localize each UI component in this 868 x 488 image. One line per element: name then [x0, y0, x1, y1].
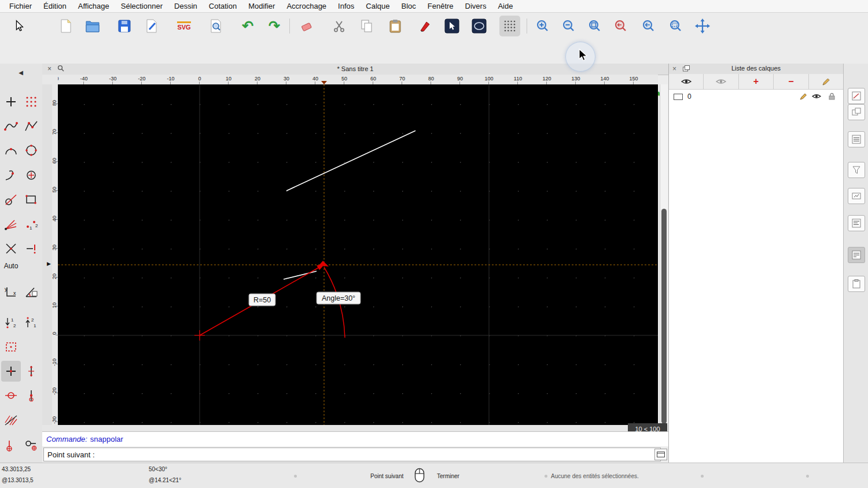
select-pointer-icon[interactable]: [10, 17, 28, 35]
vertical-scrollbar[interactable]: [660, 84, 668, 425]
vruler-tick: 60: [52, 158, 57, 164]
menu-fenetre[interactable]: Fenêtre: [428, 2, 454, 10]
menu-bloc[interactable]: Bloc: [401, 2, 415, 10]
layer-row-0[interactable]: 0: [669, 90, 843, 103]
block-list-panel-icon[interactable]: [848, 88, 865, 104]
paste-icon[interactable]: [386, 17, 404, 35]
menu-infos[interactable]: Infos: [338, 2, 354, 10]
snap-arc-icon[interactable]: [1, 140, 21, 161]
edit-drawing-icon[interactable]: [142, 17, 161, 35]
abs-coordinates: 43.3013,25: [2, 466, 31, 472]
menu-edition[interactable]: Édition: [43, 2, 67, 10]
snap-on-entity-icon[interactable]: [21, 116, 41, 136]
svg-export-icon[interactable]: SVG: [175, 17, 193, 35]
save-icon[interactable]: [115, 17, 134, 35]
hide-all-layers-icon[interactable]: [704, 74, 738, 89]
restrict-orthogonal-icon[interactable]: yx: [1, 282, 21, 302]
main-toolbar: SVG ↶ ↷: [0, 13, 868, 40]
snap-point-on-line-icon[interactable]: [21, 385, 41, 406]
menu-divers[interactable]: Divers: [465, 2, 487, 10]
snap-tangent-icon[interactable]: [1, 165, 21, 186]
menu-accrochage[interactable]: Accrochage: [286, 2, 326, 10]
polar-abs-coordinates: 50<30°: [149, 466, 167, 472]
scrollbar-thumb[interactable]: [661, 209, 667, 424]
zoom-window-icon[interactable]: [667, 17, 685, 35]
selection-region-icon[interactable]: [1, 337, 21, 357]
hruler-tick: 130: [571, 76, 580, 82]
clipboard-panel-icon[interactable]: [848, 276, 865, 292]
snap-relative-icon[interactable]: [1, 435, 21, 456]
layer-construction-checkbox[interactable]: [674, 94, 683, 100]
snap-middle-icon[interactable]: [21, 238, 41, 259]
command-history: Commande: snappolar: [42, 431, 668, 446]
view-panel-icon[interactable]: [848, 188, 865, 204]
mouse-icon: [414, 468, 425, 485]
snap-circle-line-icon[interactable]: [1, 385, 21, 406]
add-layer-icon[interactable]: +: [739, 74, 774, 89]
hatch-lines-icon[interactable]: [1, 409, 21, 430]
pan-icon[interactable]: [693, 17, 712, 35]
svg-text:Angle=30°: Angle=30°: [322, 294, 355, 302]
zoom-out-icon[interactable]: [560, 17, 578, 35]
lock-zero-icon[interactable]: [21, 435, 41, 456]
snap-free-icon[interactable]: [1, 91, 21, 112]
vruler-tick: -30: [52, 416, 57, 424]
cut-icon[interactable]: [330, 17, 348, 35]
property-editor-panel-icon[interactable]: [848, 215, 865, 231]
menu-fichier[interactable]: Fichier: [9, 2, 32, 10]
drawing-canvas[interactable]: R=50 Angle=30°: [58, 84, 658, 425]
menu-aide[interactable]: Aide: [498, 2, 513, 10]
edit-layer-icon[interactable]: [809, 74, 843, 89]
library-browser-panel-icon[interactable]: [848, 104, 865, 120]
snap-intersection-icon[interactable]: [1, 214, 21, 235]
snap-auto-label[interactable]: Auto: [1, 260, 21, 272]
command-input[interactable]: [43, 448, 661, 461]
menu-cotation[interactable]: Cotation: [209, 2, 237, 10]
layer-edit-icon[interactable]: [800, 93, 807, 102]
command-widget-toggle-icon[interactable]: [654, 449, 667, 460]
grid-toggle-icon[interactable]: [499, 16, 520, 36]
snap-point-active-icon[interactable]: [1, 361, 21, 382]
menu-calque[interactable]: Calque: [366, 2, 389, 10]
zoom-auto-icon[interactable]: [586, 17, 604, 35]
menu-modifier[interactable]: Modifier: [248, 2, 275, 10]
snap-center-icon[interactable]: [21, 165, 41, 186]
zoom-in-icon[interactable]: [534, 17, 552, 35]
snap-grid-icon[interactable]: [21, 91, 41, 112]
print-preview-icon[interactable]: [207, 17, 225, 35]
snap-perpendicular-icon[interactable]: [1, 189, 21, 210]
ellipse-tool-icon[interactable]: [470, 17, 488, 35]
pen-draw-icon[interactable]: [415, 17, 434, 35]
snap-vertical-line-icon[interactable]: [21, 361, 41, 382]
undo-icon[interactable]: ↶: [238, 17, 257, 35]
remove-layer-icon[interactable]: −: [774, 74, 808, 89]
lock-relative-zero-icon[interactable]: 21: [21, 312, 41, 333]
layer-visible-icon[interactable]: [812, 93, 821, 101]
zoom-previous-icon[interactable]: [612, 17, 630, 35]
copy-icon[interactable]: [358, 17, 376, 35]
redo-icon[interactable]: ↷: [265, 17, 284, 35]
command-widget-panel-icon[interactable]: [848, 247, 865, 263]
delete-eraser-icon[interactable]: [298, 17, 317, 35]
vruler-tick: 50: [52, 187, 57, 193]
snap-endpoint-icon[interactable]: [1, 116, 21, 136]
set-relative-zero-icon[interactable]: 12: [1, 312, 21, 333]
select-window-icon[interactable]: [443, 17, 461, 35]
new-document-icon[interactable]: [57, 17, 75, 35]
open-file-icon[interactable]: [83, 17, 102, 35]
menu-affichage[interactable]: Affichage: [78, 2, 109, 10]
snap-distance-icon[interactable]: 12: [21, 214, 41, 235]
snap-reference-icon[interactable]: [21, 189, 41, 210]
palette-collapse-icon[interactable]: ◀: [0, 69, 42, 76]
entity-list-panel-icon[interactable]: [848, 131, 865, 147]
restrict-nothing-icon[interactable]: [1, 238, 21, 259]
show-all-layers-icon[interactable]: [669, 74, 704, 89]
restrict-angle-icon[interactable]: [21, 282, 41, 302]
layer-lock-icon[interactable]: [829, 93, 835, 102]
menu-dessin[interactable]: Dessin: [174, 2, 197, 10]
zoom-pan-left-icon[interactable]: [639, 17, 658, 35]
menu-selectionner[interactable]: Sélectionner: [121, 2, 163, 10]
snap-palette: ◀: [0, 64, 43, 463]
snap-circle-icon[interactable]: [21, 140, 41, 161]
filter-panel-icon[interactable]: [848, 162, 865, 178]
